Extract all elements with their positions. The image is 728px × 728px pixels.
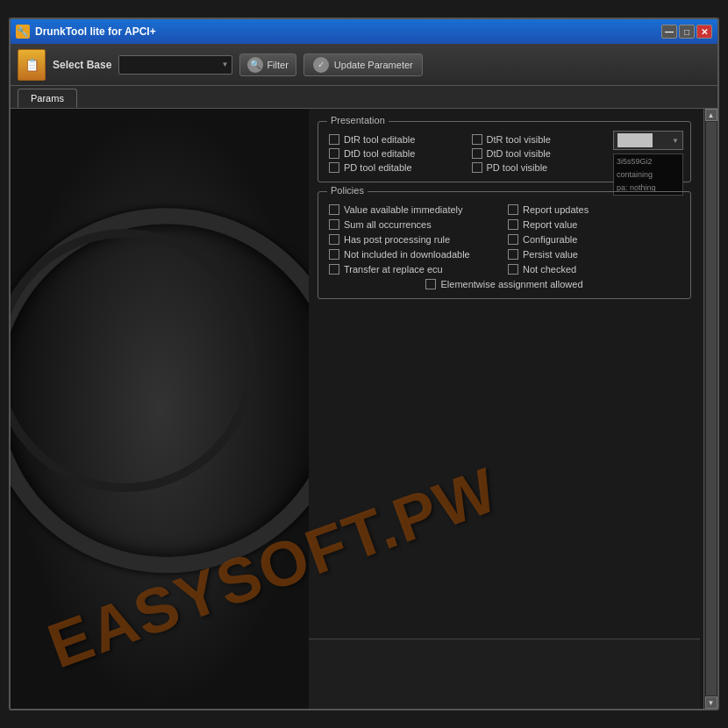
configurable-row: Configurable (508, 234, 680, 245)
window-controls: — □ ✕ (661, 25, 712, 39)
dtr-visible-label: DtR tool visible (487, 134, 551, 145)
post-processing-row: Has post processing rule (329, 234, 501, 245)
elementwise-label: Elementwise assignment allowed (440, 279, 582, 289)
main-window: 🔧 DrunkTool lite for APCI+ — □ ✕ 📋 Selec… (9, 18, 719, 710)
configurable-checkbox[interactable] (508, 234, 518, 245)
not-downloadable-label: Not included in downloadable (344, 249, 470, 260)
scroll-thumb[interactable] (706, 122, 717, 696)
presentation-group: Presentation DtR tool editable DtR tool … (318, 121, 691, 182)
tabs-bar: Params (11, 86, 717, 109)
report-value-row: Report value (508, 219, 680, 230)
chevron-up-icon: ▲ (708, 111, 715, 119)
info-line2: containing (617, 170, 680, 179)
configurable-label: Configurable (523, 234, 577, 245)
persist-value-row: Persist value (508, 249, 680, 260)
dtd-editable-checkbox[interactable] (329, 148, 339, 159)
post-processing-checkbox[interactable] (329, 234, 339, 245)
info-line1: 3i5s59Gi2 (617, 157, 680, 166)
dtr-visible-row: DtR tool visible (472, 134, 608, 145)
report-updates-row: Report updates (508, 204, 680, 215)
policies-checkboxes: Value available immediately Report updat… (329, 204, 680, 275)
color-swatch (617, 133, 653, 147)
toolbar: 📋 Select Base ▼ 🔍 Filter ✓ Update Parame… (11, 44, 717, 86)
presentation-title: Presentation (327, 115, 389, 125)
presentation-info-box: 3i5s59Gi2 containing pa: nothing (613, 153, 683, 196)
minimize-button[interactable]: — (661, 25, 677, 39)
sum-occurrences-label: Sum all occurrences (344, 219, 432, 230)
report-value-label: Report value (523, 219, 577, 230)
persist-value-label: Persist value (523, 249, 578, 260)
filter-label: Filter (267, 60, 288, 70)
color-dropdown[interactable]: ▼ (613, 131, 683, 150)
value-available-row: Value available immediately (329, 204, 501, 215)
not-downloadable-row: Not included in downloadable (329, 249, 501, 260)
tab-params[interactable]: Params (18, 89, 77, 108)
dtd-editable-label: DtD tool editable (344, 148, 415, 159)
window-title: DrunkTool lite for APCI+ (35, 25, 156, 38)
close-button[interactable]: ✕ (696, 25, 712, 39)
title-bar-left: 🔧 DrunkTool lite for APCI+ (16, 25, 156, 39)
filter-icon: 🔍 (247, 57, 263, 73)
pd-visible-checkbox[interactable] (472, 162, 482, 173)
background-decoration (11, 109, 309, 709)
select-base-label: Select Base (53, 59, 111, 71)
not-checked-label: Not checked (523, 264, 576, 275)
value-available-label: Value available immediately (344, 204, 463, 215)
pd-visible-label: PD tool visible (487, 162, 548, 173)
transfer-replace-row: Transfer at replace ecu (329, 264, 501, 275)
transfer-replace-checkbox[interactable] (329, 264, 339, 275)
report-updates-checkbox[interactable] (508, 204, 518, 215)
bottom-panel (309, 639, 700, 709)
dtd-editable-row: DtD tool editable (329, 148, 465, 159)
dtr-editable-label: DtR tool editable (344, 134, 415, 145)
post-processing-label: Has post processing rule (344, 234, 450, 245)
report-value-checkbox[interactable] (508, 219, 518, 230)
policies-title: Policies (327, 185, 368, 196)
pd-editable-checkbox[interactable] (329, 162, 339, 173)
toolbar-app-icon: 📋 (18, 49, 46, 81)
update-param-label: Update Parameter (334, 60, 413, 70)
dtr-editable-checkbox[interactable] (329, 134, 339, 145)
chevron-down-icon: ▼ (221, 61, 228, 68)
main-content: ▲ ▼ Presentation DtR tool editable (11, 109, 717, 709)
transfer-replace-label: Transfer at replace ecu (344, 264, 443, 275)
title-bar: 🔧 DrunkTool lite for APCI+ — □ ✕ (11, 19, 717, 44)
update-parameter-button[interactable]: ✓ Update Parameter (303, 54, 423, 76)
elementwise-row: Elementwise assignment allowed (425, 279, 582, 289)
filter-button[interactable]: 🔍 Filter (239, 54, 296, 76)
base-dropdown[interactable]: ▼ (118, 55, 232, 75)
tab-params-label: Params (31, 93, 64, 103)
update-icon: ✓ (313, 57, 329, 73)
sum-occurrences-row: Sum all occurrences (329, 219, 501, 230)
sum-occurrences-checkbox[interactable] (329, 219, 339, 230)
not-checked-checkbox[interactable] (508, 264, 518, 275)
dtd-visible-checkbox[interactable] (472, 148, 482, 159)
policies-group: Policies Value available immediately Rep… (318, 191, 691, 299)
params-panel: Presentation DtR tool editable DtR tool … (309, 109, 700, 639)
dtd-visible-row: DtD tool visible (472, 148, 608, 159)
scroll-up-button[interactable]: ▲ (705, 109, 717, 121)
report-updates-label: Report updates (523, 204, 589, 215)
value-available-checkbox[interactable] (329, 204, 339, 215)
dtr-editable-row: DtR tool editable (329, 134, 465, 145)
elementwise-checkbox[interactable] (425, 279, 436, 289)
persist-value-checkbox[interactable] (508, 249, 518, 260)
app-icon: 🔧 (16, 25, 30, 39)
pd-editable-label: PD tool editable (344, 162, 412, 173)
maximize-button[interactable]: □ (679, 25, 695, 39)
dtr-visible-checkbox[interactable] (472, 134, 482, 145)
not-downloadable-checkbox[interactable] (329, 249, 339, 260)
pd-editable-row: PD tool editable (329, 162, 465, 173)
dtd-visible-label: DtD tool visible (487, 148, 551, 159)
not-checked-row: Not checked (508, 264, 680, 275)
color-dropdown-arrow: ▼ (672, 137, 679, 145)
scroll-down-button[interactable]: ▼ (705, 696, 717, 709)
presentation-checkboxes: DtR tool editable DtR tool visible DtD t… (329, 134, 607, 173)
pd-visible-row: PD tool visible (472, 162, 608, 173)
chevron-down-icon: ▼ (708, 699, 715, 707)
vertical-scrollbar[interactable]: ▲ ▼ (703, 109, 717, 709)
